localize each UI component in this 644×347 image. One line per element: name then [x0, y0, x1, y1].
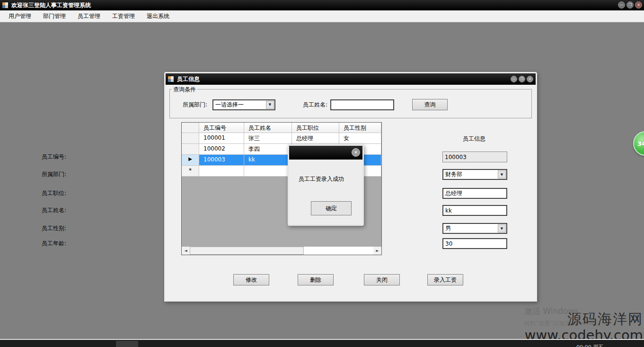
- position-field[interactable]: [442, 188, 507, 199]
- position-label: 员工职位:: [42, 189, 66, 197]
- department-select-value: 一请选择一: [215, 101, 244, 109]
- column-header-position[interactable]: 员工职位: [292, 123, 339, 133]
- dialog-titlebar[interactable]: ✕: [289, 146, 362, 160]
- horizontal-scrollbar[interactable]: ◄ ►: [182, 247, 381, 255]
- enter-salary-button[interactable]: 录入工资: [427, 274, 463, 285]
- name-label: 员工姓名:: [42, 206, 66, 214]
- employee-id-field: [442, 151, 507, 162]
- restore-icon[interactable]: ❐: [626, 1, 634, 9]
- window-icon: [168, 76, 174, 82]
- search-button[interactable]: 查询: [412, 99, 448, 110]
- scroll-left-icon[interactable]: ◄: [182, 247, 190, 255]
- modify-button[interactable]: 修改: [233, 274, 269, 285]
- column-header-gender[interactable]: 员工性别: [339, 123, 381, 133]
- employee-info-window: 员工信息 — ❐ ✕ 查询条件 所属部门: 一请选择一 ▼ 员工姓名:: [164, 72, 537, 302]
- employee-name-input[interactable]: [330, 99, 394, 110]
- site-watermark: 源码海洋网 www.codehy.com: [525, 310, 643, 343]
- taskbar: 00:00 周五: [0, 339, 644, 347]
- chevron-down-icon[interactable]: ▼: [266, 101, 274, 109]
- department-label: 所属部门:: [183, 101, 207, 109]
- column-header-id[interactable]: 员工编号: [199, 123, 244, 133]
- employee-window-titlebar[interactable]: 员工信息 — ❐ ✕: [166, 73, 536, 85]
- gender-label: 员工性别:: [42, 224, 66, 232]
- scrollbar-thumb[interactable]: [190, 247, 304, 255]
- department-label: 所属部门:: [42, 170, 66, 178]
- employee-window-title: 员工信息: [177, 75, 200, 83]
- new-row-marker-icon: *: [182, 166, 199, 177]
- menu-exit-system[interactable]: 退出系统: [143, 11, 173, 22]
- menu-bar: 用户管理 部门管理 员工管理 工资管理 退出系统: [0, 10, 644, 22]
- name-field[interactable]: [442, 205, 507, 216]
- desktop: 欢迎张三登陆人事工资管理系统 — ❐ ✕ 用户管理 部门管理 员工管理 工资管理…: [0, 0, 644, 347]
- maximize-icon[interactable]: ❐: [519, 76, 525, 82]
- minimize-icon[interactable]: —: [618, 1, 625, 9]
- close-icon[interactable]: ✕: [635, 1, 642, 9]
- table-row[interactable]: 100001 张三 总经理 女: [182, 133, 381, 144]
- scroll-right-icon[interactable]: ►: [373, 247, 381, 255]
- age-field[interactable]: [442, 238, 507, 249]
- department-select[interactable]: 一请选择一 ▼: [212, 99, 275, 110]
- taskbar-app-button[interactable]: [116, 341, 138, 347]
- query-conditions-group: 查询条件 所属部门: 一请选择一 ▼ 员工姓名: 查询: [169, 89, 532, 118]
- department-select[interactable]: 财务部 ▼: [442, 169, 507, 180]
- close-icon[interactable]: ✕: [352, 148, 360, 157]
- chevron-down-icon[interactable]: ▼: [498, 224, 506, 232]
- app-icon: [2, 2, 9, 9]
- selected-row-arrow-icon: ▶: [182, 155, 199, 166]
- employee-window-body: 查询条件 所属部门: 一请选择一 ▼ 员工姓名: 查询 员工编号: [166, 85, 536, 300]
- menu-department-management[interactable]: 部门管理: [40, 11, 69, 22]
- dialog-message: 员工工资录入成功: [299, 175, 344, 183]
- employee-id-label: 员工编号:: [42, 153, 66, 161]
- delete-button[interactable]: 删除: [298, 274, 334, 285]
- side-badge[interactable]: 34: [633, 131, 644, 156]
- detail-panel-title: 员工信息: [441, 135, 507, 143]
- side-badge-label: 34: [637, 140, 644, 147]
- menu-employee-management[interactable]: 员工管理: [74, 11, 104, 22]
- query-group-label: 查询条件: [172, 86, 197, 94]
- menu-salary-management[interactable]: 工资管理: [109, 11, 138, 22]
- ok-button[interactable]: 确定: [311, 201, 352, 215]
- close-icon[interactable]: ✕: [527, 76, 533, 82]
- table-header-row: 员工编号 员工姓名 员工职位 员工性别: [182, 123, 381, 133]
- employee-name-label: 员工姓名:: [303, 101, 327, 109]
- chevron-down-icon[interactable]: ▼: [498, 170, 506, 178]
- taskbar-clock: 00:00 周五: [576, 344, 603, 347]
- column-header-name[interactable]: 员工姓名: [244, 123, 292, 133]
- age-label: 员工年龄:: [42, 240, 66, 248]
- gender-select[interactable]: 男 ▼: [442, 223, 507, 234]
- row-selector-header: [182, 123, 199, 133]
- menu-user-management[interactable]: 用户管理: [5, 11, 35, 22]
- site-watermark-name: 源码海洋网: [525, 310, 643, 329]
- close-button[interactable]: 关闭: [364, 274, 400, 285]
- main-window-title: 欢迎张三登陆人事工资管理系统: [11, 1, 91, 9]
- success-dialog: ✕ 员工工资录入成功 确定: [288, 144, 364, 226]
- main-titlebar: 欢迎张三登陆人事工资管理系统 — ❐ ✕: [0, 0, 644, 10]
- minimize-icon[interactable]: —: [511, 76, 517, 82]
